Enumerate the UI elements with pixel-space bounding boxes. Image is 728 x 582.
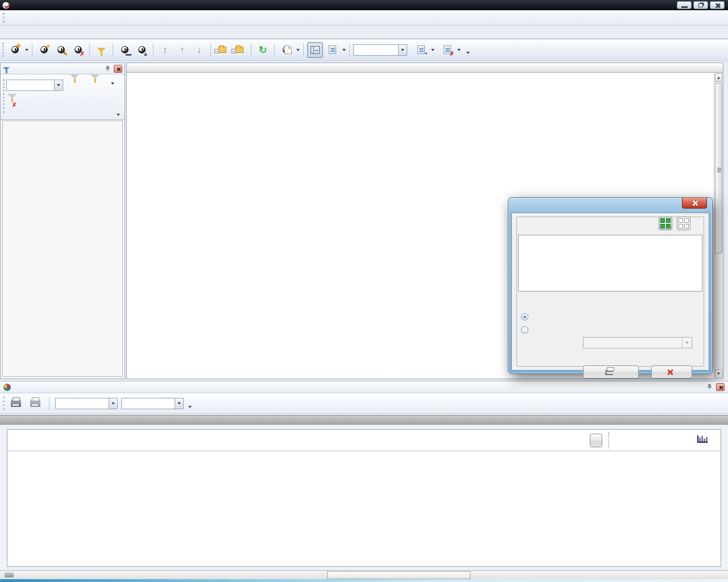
vertical-scrollbar[interactable]: ▲ ▼ [714, 73, 723, 379]
scroll-up-icon[interactable]: ▲ [715, 73, 722, 82]
view-preset-combobox[interactable] [353, 44, 407, 56]
filters-panel-header [1, 63, 125, 74]
charts-toolbar [0, 393, 728, 414]
report-options-dialog [508, 197, 713, 374]
title-bar [0, 0, 728, 10]
report-dropdown-icon[interactable] [296, 49, 300, 51]
delete-view-dropdown-icon[interactable] [457, 49, 461, 51]
refresh-button[interactable]: ↻ [255, 42, 271, 58]
progress-indicator [327, 571, 470, 579]
dialog-body [511, 213, 709, 371]
filter-button[interactable] [93, 42, 109, 58]
chart-series-combobox[interactable] [55, 398, 118, 409]
chart-icon [3, 384, 11, 391]
save-filter-dropdown-icon[interactable] [111, 82, 114, 85]
expand-all-button[interactable]: + [231, 42, 247, 58]
small-icons-view-button[interactable] [677, 217, 690, 230]
filter-preset-combobox[interactable] [6, 80, 63, 91]
scroll-down-icon[interactable]: ▼ [715, 369, 722, 378]
chart-header-strip [7, 430, 721, 451]
toolbar-overflow-icon[interactable] [466, 52, 470, 54]
menu-bar [0, 10, 728, 26]
pin-icon[interactable] [104, 65, 111, 72]
clear-filter-button[interactable]: ✗ [7, 98, 16, 105]
charts-panel [0, 381, 728, 570]
print-preview-button[interactable] [27, 396, 43, 411]
complete-task-button[interactable]: ▬ [117, 42, 133, 58]
filters-panel: ✗ [0, 63, 125, 379]
close-x-icon [667, 369, 673, 376]
print-chart-button[interactable] [8, 396, 24, 411]
window-bottom-border [0, 579, 728, 582]
chart-container [7, 429, 721, 567]
rtf-radio-icon[interactable] [521, 313, 528, 321]
filter-icon [3, 67, 10, 70]
templates-combobox [583, 337, 692, 348]
save-filter-button[interactable] [90, 79, 100, 86]
charts-panel-header [0, 381, 728, 393]
restore-button[interactable] [693, 1, 708, 9]
printer-icon [605, 369, 613, 375]
fit-columns-toggle[interactable] [307, 42, 323, 58]
customize-chart-button[interactable] [590, 434, 602, 447]
filters-grid [2, 120, 123, 377]
main-toolbar: ✚ ✦ ✎ ✗ ▬ ▲ ↕ ↑ ↓ − + ↻ ▪ ✗ [0, 39, 728, 61]
status-bar [0, 570, 728, 579]
move-updown-button[interactable]: ↕ [157, 42, 173, 58]
large-icons-view-button[interactable] [659, 217, 672, 230]
columns-button[interactable] [324, 42, 340, 58]
new-task-button[interactable]: ✚ [7, 42, 23, 58]
charts-pin-icon[interactable] [706, 384, 713, 390]
application-window: ✚ ✦ ✎ ✗ ▬ ▲ ↕ ↑ ↓ − + ↻ ▪ ✗ [0, 0, 728, 582]
table-header [127, 63, 723, 73]
columns-dropdown-icon[interactable] [342, 49, 346, 51]
reopen-task-button[interactable]: ▲ [134, 42, 150, 58]
html-radio-icon[interactable] [521, 326, 528, 334]
charts-toolbar-overflow-icon[interactable] [188, 406, 192, 408]
chart-group-combobox[interactable] [121, 398, 184, 409]
column-diagram-icon [697, 435, 708, 443]
edit-task-button[interactable]: ✎ [53, 42, 69, 58]
bar-chart-plot [7, 451, 721, 566]
move-up-button[interactable]: ↑ [174, 42, 190, 58]
delete-task-button[interactable]: ✗ [70, 42, 86, 58]
save-view-dropdown-icon[interactable] [431, 49, 435, 51]
filters-toolbar: ✗ [1, 74, 125, 120]
data-sections-list[interactable] [518, 235, 702, 292]
dialog-close-action-button[interactable] [651, 365, 692, 379]
build-report-button[interactable] [583, 365, 639, 379]
save-view-button[interactable]: ▪ [413, 42, 429, 58]
collapse-all-button[interactable]: − [214, 42, 230, 58]
close-button[interactable] [710, 1, 725, 9]
charts-close-icon[interactable] [716, 383, 725, 391]
task-group-caption [0, 415, 728, 425]
delete-view-button[interactable]: ✗ [439, 42, 455, 58]
status-bar-icon [5, 572, 14, 577]
minimize-button[interactable] [677, 1, 692, 9]
scrollbar-thumb[interactable] [715, 83, 722, 253]
dialog-close-button[interactable] [682, 198, 707, 209]
app-logo-icon [2, 2, 10, 9]
filters-close-icon[interactable] [114, 65, 122, 73]
move-down-button[interactable]: ↓ [191, 42, 207, 58]
html-format-option[interactable] [521, 326, 533, 334]
new-subtask-button[interactable]: ✦ [36, 42, 52, 58]
filters-toolbar-overflow-icon[interactable] [117, 114, 120, 116]
new-task-dropdown-icon[interactable] [25, 49, 28, 51]
apply-filter-button[interactable] [70, 79, 79, 86]
rtf-format-option[interactable] [521, 313, 533, 321]
view-tabs [0, 26, 728, 39]
report-button[interactable] [278, 42, 294, 58]
